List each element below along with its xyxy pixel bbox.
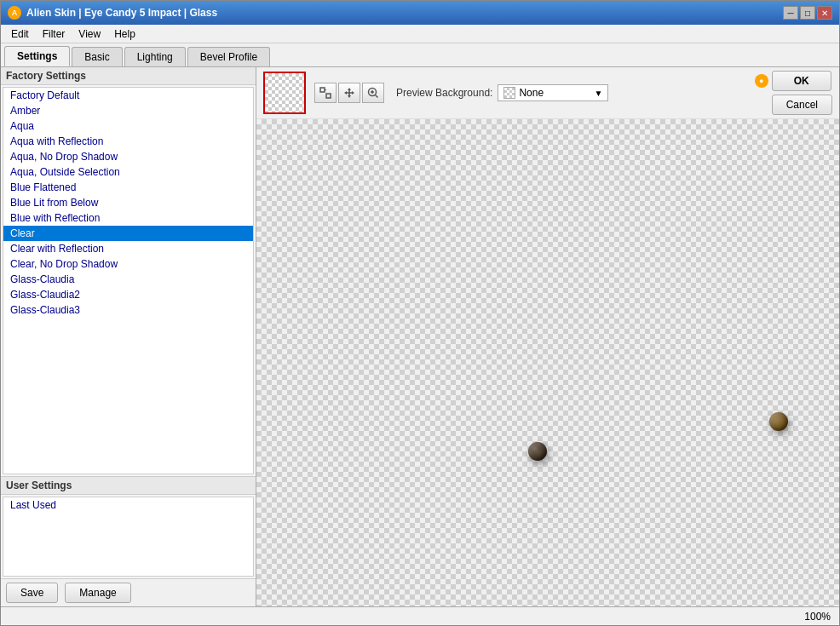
preview-thumbnail	[263, 72, 306, 114]
preset-glass-claudia2[interactable]: Glass-Claudia2	[3, 287, 253, 302]
manage-button[interactable]: Manage	[65, 583, 130, 603]
tab-bevel-profile[interactable]: Bevel Profile	[187, 47, 270, 66]
title-bar: A Alien Skin | Eye Candy 5 Impact | Glas…	[1, 1, 839, 25]
select-arrow-icon: ▼	[594, 89, 602, 98]
menu-edit[interactable]: Edit	[4, 26, 36, 42]
user-list[interactable]: Last Used	[3, 497, 254, 577]
svg-rect-0	[320, 88, 325, 92]
preset-aqua-outside[interactable]: Aqua, Outside Selection	[3, 164, 253, 180]
preset-amber[interactable]: Amber	[3, 103, 253, 118]
ok-cancel-area: ● OK Cancel	[755, 71, 832, 115]
save-button[interactable]: Save	[6, 583, 58, 603]
right-panel: Preview Background: None ▼ ● OK Cancel	[256, 67, 839, 606]
pan-icon[interactable]	[338, 83, 360, 103]
app-icon: A	[8, 6, 21, 20]
close-button[interactable]: ✕	[817, 6, 832, 20]
preview-bg-label: Preview Background:	[396, 87, 492, 99]
maximize-button[interactable]: □	[800, 6, 815, 20]
ok-row: ● OK	[755, 71, 832, 91]
preset-list[interactable]: Factory Default Amber Aqua Aqua with Ref…	[3, 87, 254, 474]
toolbar-icons	[314, 83, 384, 103]
preset-clear[interactable]: Clear	[3, 226, 253, 241]
factory-settings-header: Factory Settings	[1, 67, 256, 85]
zoom-to-fit-icon[interactable]	[314, 83, 337, 103]
preview-area	[256, 119, 839, 606]
preset-clear-reflection[interactable]: Clear with Reflection	[3, 241, 253, 256]
ok-button[interactable]: OK	[772, 71, 831, 91]
glass-ball	[528, 442, 547, 461]
main-window: A Alien Skin | Eye Candy 5 Impact | Glas…	[0, 0, 840, 626]
tab-basic[interactable]: Basic	[72, 47, 122, 66]
title-bar-left: A Alien Skin | Eye Candy 5 Impact | Glas…	[8, 6, 217, 20]
preview-bg-select[interactable]: None ▼	[498, 84, 608, 101]
preset-aqua[interactable]: Aqua	[3, 118, 253, 134]
ok-indicator-icon: ●	[755, 74, 768, 88]
glass-ball	[769, 412, 788, 431]
bottom-buttons: Save Manage	[1, 578, 256, 606]
user-settings-header: User Settings	[1, 477, 256, 495]
tab-settings[interactable]: Settings	[4, 46, 70, 66]
svg-line-4	[376, 95, 378, 98]
preset-aqua-no-drop[interactable]: Aqua, No Drop Shadow	[3, 149, 253, 164]
tab-lighting[interactable]: Lighting	[124, 47, 186, 66]
bg-swatch	[503, 87, 515, 99]
preset-blue-lit[interactable]: Blue Lit from Below	[3, 195, 253, 210]
status-bar: 100%	[1, 606, 839, 625]
presets-section: Factory Settings Factory Default Amber A…	[1, 67, 256, 476]
preset-blue-flattened[interactable]: Blue Flattened	[3, 180, 253, 195]
left-panel: Factory Settings Factory Default Amber A…	[1, 67, 256, 606]
preset-blue-reflection[interactable]: Blue with Reflection	[3, 210, 253, 226]
user-settings-section: User Settings Last Used	[1, 476, 256, 578]
menu-bar: Edit Filter View Help	[1, 25, 839, 43]
zoom-level: 100%	[804, 611, 831, 623]
main-area: Factory Settings Factory Default Amber A…	[1, 67, 839, 606]
menu-view[interactable]: View	[72, 26, 107, 42]
menu-filter[interactable]: Filter	[36, 26, 72, 42]
preset-clear-no-drop[interactable]: Clear, No Drop Shadow	[3, 256, 253, 272]
svg-rect-1	[326, 94, 331, 98]
zoom-in-icon[interactable]	[362, 83, 384, 103]
preset-glass-claudia3[interactable]: Glass-Claudia3	[3, 302, 253, 318]
cancel-button[interactable]: Cancel	[772, 95, 832, 115]
preset-aqua-reflection[interactable]: Aqua with Reflection	[3, 134, 253, 149]
window-title: Alien Skin | Eye Candy 5 Impact | Glass	[26, 7, 217, 19]
preset-glass-claudia[interactable]: Glass-Claudia	[3, 272, 253, 287]
menu-help[interactable]: Help	[107, 26, 142, 42]
preview-bg-value: None	[519, 87, 544, 99]
minimize-button[interactable]: ─	[783, 6, 798, 20]
tabs-bar: Settings Basic Lighting Bevel Profile	[1, 43, 839, 67]
user-last-used[interactable]: Last Used	[3, 497, 253, 513]
preset-factory-default[interactable]: Factory Default	[3, 88, 253, 103]
window-controls: ─ □ ✕	[783, 6, 832, 20]
preview-toolbar: Preview Background: None ▼ ● OK Cancel	[256, 67, 839, 119]
